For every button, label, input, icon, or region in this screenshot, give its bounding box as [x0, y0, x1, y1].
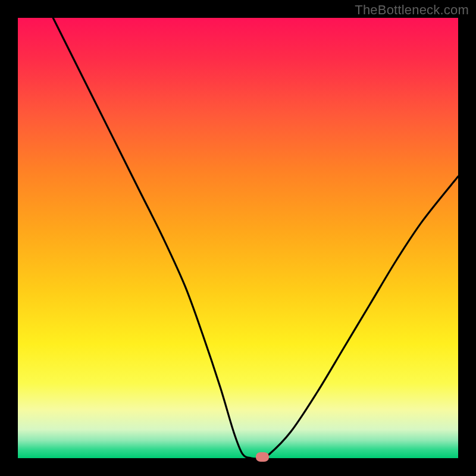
plot-area: [18, 18, 458, 458]
watermark-text: TheBottleneck.com: [355, 2, 469, 18]
chart-frame: TheBottleneck.com: [0, 0, 476, 476]
curve-path: [53, 18, 458, 458]
curve-marker: [256, 452, 269, 462]
curve-svg: [18, 18, 458, 458]
